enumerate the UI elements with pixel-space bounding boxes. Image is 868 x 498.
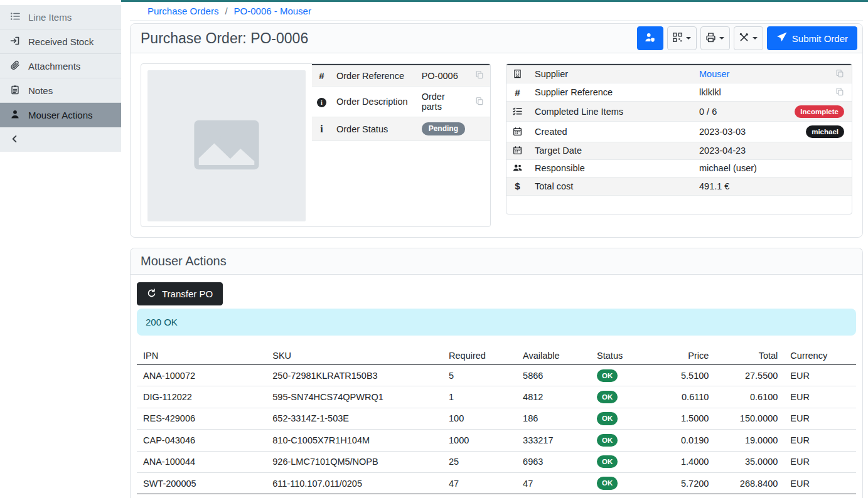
cell-currency: EUR (784, 408, 856, 429)
user-icon (10, 109, 20, 121)
ok-badge: OK (597, 412, 618, 425)
chevron-down-icon (719, 37, 724, 40)
print-actions-dropdown[interactable] (700, 26, 730, 50)
paper-plane-icon (776, 32, 787, 45)
cell-ipn: CAP-043046 (137, 430, 266, 451)
info-icon: i (320, 124, 323, 134)
submit-order-label: Submit Order (792, 33, 848, 44)
transfer-po-button[interactable]: Transfer PO (137, 282, 223, 305)
table-row: Completed Line Items 0 / 6 Incomplete (506, 102, 852, 122)
completed-line-items-label: Completed Line Items (528, 102, 693, 122)
created-label: Created (528, 122, 693, 142)
cell-required: 25 (442, 451, 517, 472)
copy-icon[interactable] (475, 70, 484, 81)
cell-total: 27.5500 (715, 365, 784, 386)
mouser-actions-header: Mouser Actions (131, 248, 862, 275)
table-row: Created 2023-03-03 michael (506, 122, 852, 142)
barcode-actions-dropdown[interactable] (667, 26, 697, 50)
submit-order-button[interactable]: Submit Order (767, 26, 857, 50)
user-shield-button[interactable] (637, 26, 663, 50)
cell-sku: 250-72981KLRATR150B3 (266, 365, 442, 386)
order-description-value: Order parts (417, 87, 470, 117)
sidebar-item-label: Mouser Actions (28, 110, 93, 120)
table-row: ANA-100072 250-72981KLRATR150B3 5 5866 O… (137, 365, 856, 386)
cell-ipn: SWT-200005 (137, 472, 266, 494)
cell-required: 5 (442, 365, 517, 386)
order-description-label: Order Description (331, 87, 417, 117)
sidebar-collapse-button[interactable] (0, 127, 121, 152)
cell-required: 1000 (442, 430, 517, 451)
copy-icon[interactable] (475, 97, 484, 107)
ok-badge: OK (597, 477, 618, 489)
ok-badge: OK (597, 455, 618, 468)
cell-available: 47 (517, 472, 591, 494)
cell-price: 0.0190 (655, 430, 715, 451)
table-row: Supplier Mouser (506, 65, 852, 83)
mouser-actions-body: Transfer PO 200 OK IPN SKU Required Avai… (131, 275, 862, 498)
order-details-section: # Order Reference PO-0006 (131, 53, 862, 237)
sign-in-icon (10, 36, 20, 48)
user-shield-icon (645, 32, 655, 45)
col-sku: SKU (266, 346, 442, 365)
main-content: Purchase Orders / PO-0006 - Mouser Purch… (121, 0, 868, 498)
cell-total: 19.0000 (715, 430, 784, 451)
sidebar-item-attachments[interactable]: Attachments (0, 54, 121, 78)
calendar-icon (513, 146, 522, 156)
table-row: # Supplier Reference lklklkl (506, 83, 852, 102)
table-header-row: IPN SKU Required Available Status Price … (137, 346, 856, 365)
cell-available: 186 (517, 408, 591, 429)
cell-required: 100 (442, 408, 517, 429)
sidebar-item-notes[interactable]: Notes (0, 78, 121, 103)
dollar-icon: $ (515, 181, 520, 191)
supplier-link[interactable]: Mouser (699, 69, 729, 79)
ok-badge: OK (597, 434, 618, 447)
cell-ipn: ANA-100072 (137, 365, 266, 386)
building-icon (513, 69, 522, 79)
col-ipn: IPN (137, 346, 266, 365)
app: Line Items Received Stock Attachments (0, 0, 868, 498)
header-actions: Submit Order (637, 26, 857, 50)
users-icon (513, 163, 522, 173)
sidebar: Line Items Received Stock Attachments (0, 0, 121, 498)
cell-sku: 595-SN74HCS74QPWRQ1 (266, 386, 442, 408)
copy-icon[interactable] (835, 69, 844, 80)
cell-available: 5866 (517, 365, 591, 386)
footer-total-value: 501.0000 (715, 494, 784, 498)
breadcrumb-current-order[interactable]: PO-0006 - Mouser (234, 6, 311, 16)
table-footer-row: Total 501.0000 (137, 494, 856, 498)
cell-total: 150.0000 (715, 408, 784, 429)
cell-ipn: ANA-100044 (137, 451, 266, 472)
supplier-details-table: Supplier Mouser (506, 64, 852, 196)
col-total: Total (715, 346, 784, 365)
cell-sku: 926-LMC7101QM5/NOPB (266, 451, 442, 472)
user-badge: michael (806, 125, 844, 138)
info-circle-icon: i (317, 98, 326, 107)
cell-price: 1.4000 (655, 451, 715, 472)
cell-price: 0.6110 (655, 386, 715, 408)
qr-code-icon (672, 32, 683, 45)
copy-icon[interactable] (835, 87, 844, 98)
cell-price: 5.5100 (655, 365, 715, 386)
cell-price: 5.7200 (655, 472, 715, 494)
table-row: RES-429006 652-3314Z-1-503E 100 186 OK 1… (137, 408, 856, 429)
table-row: Responsible michael (user) (506, 159, 852, 177)
sidebar-item-label: Received Stock (28, 36, 94, 47)
target-date-label: Target Date (528, 142, 693, 159)
cell-currency: EUR (784, 472, 856, 494)
order-actions-dropdown[interactable] (734, 26, 763, 50)
list-icon (10, 11, 20, 23)
breadcrumb-purchase-orders[interactable]: Purchase Orders (147, 6, 218, 16)
sidebar-item-mouser-actions[interactable]: Mouser Actions (0, 103, 121, 127)
calendar-icon (513, 127, 522, 137)
cell-sku: 810-C1005X7R1H104M (266, 430, 442, 451)
cell-currency: EUR (784, 451, 856, 472)
responsible-value: michael (user) (693, 159, 786, 177)
sidebar-item-label: Line Items (28, 12, 72, 23)
ok-badge: OK (597, 391, 618, 403)
tools-icon (739, 32, 749, 45)
sidebar-item-received-stock[interactable]: Received Stock (0, 29, 121, 54)
line-items-table: IPN SKU Required Available Status Price … (137, 346, 856, 498)
cell-required: 1 (442, 386, 517, 408)
sidebar-item-line-items[interactable]: Line Items (0, 5, 121, 29)
breadcrumb: Purchase Orders / PO-0006 - Mouser (130, 2, 863, 21)
